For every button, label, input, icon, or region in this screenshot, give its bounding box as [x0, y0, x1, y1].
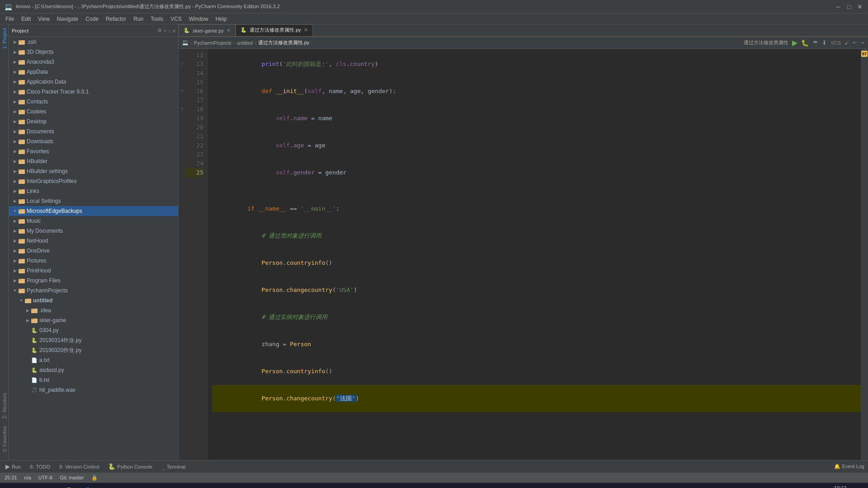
tree-item-onedrive[interactable]: ▶OneDrive [9, 246, 178, 256]
tree-item-local_settings[interactable]: ▶Local Settings [9, 196, 178, 206]
python-console-tab[interactable]: 🐍 Python Console [106, 462, 154, 471]
app-chrome[interactable]: 🌐 [80, 484, 96, 488]
menu-help[interactable]: Help [212, 15, 231, 23]
tree-item-printhood[interactable]: ▶PrintHood [9, 266, 178, 276]
bc-pycharm[interactable]: PycharmProjects [194, 40, 231, 46]
tree-item-.idea[interactable]: ▶.idea [9, 305, 178, 315]
tree-arrow: ▶ [12, 277, 18, 284]
tree-item-0304.py[interactable]: 🐍0304.py [9, 325, 178, 335]
vcs-icon1[interactable]: VCS [830, 40, 841, 46]
menu-navigate[interactable]: Navigate [53, 15, 82, 23]
tree-item-program_files[interactable]: ▶Program Files [9, 276, 178, 286]
tree-item-20190320作业.py[interactable]: 🐍20190320作业.py [9, 345, 178, 355]
tree-item-links[interactable]: ▶Links [9, 186, 178, 196]
tree-item-hbuilder_settings[interactable]: ▶HBuilder settings [9, 166, 178, 176]
vcs-tab[interactable]: 9: Version Control [57, 463, 101, 470]
tree-item-asdasd.py[interactable]: 🐍asdasd.py [9, 365, 178, 375]
menu-window[interactable]: Window [185, 15, 212, 23]
menu-code[interactable]: Code [82, 15, 102, 23]
tree-item-appdata[interactable]: ▶AppData [9, 67, 178, 77]
tree-item-favorites[interactable]: ▶Favorites [9, 146, 178, 156]
taskview-button[interactable]: 📋 [42, 484, 58, 488]
menu-view[interactable]: View [34, 15, 53, 23]
tab-changecountry[interactable]: 🐍 通过方法修改类属性.py ✕ [236, 24, 313, 36]
bc-lenovo[interactable]: 💻 [182, 40, 189, 46]
tab-skier-close[interactable]: ✕ [226, 28, 231, 33]
bc-file[interactable]: 通过方法修改类属性.py [258, 39, 310, 46]
app-pycharm[interactable]: 💙 [99, 484, 115, 488]
tree-item-my_documents[interactable]: ▶My Documents [9, 226, 178, 236]
tree-arrow: ▶ [12, 128, 18, 135]
tab-skier-game[interactable]: 🐍 skier-game.py ✕ [179, 24, 236, 36]
tree-item-microsoftedgebackups[interactable]: ▼MicrosoftEdgeBackups [9, 206, 178, 216]
tree-item-20190314作业.py[interactable]: 🐍20190314作业.py [9, 335, 178, 345]
bc-untitled[interactable]: untitled [236, 40, 252, 46]
svg-rect-7 [19, 70, 21, 71]
svg-rect-19 [19, 130, 21, 131]
tree-item-intelgraphicsprofiles[interactable]: ▶IntelGraphicsProfiles [9, 176, 178, 186]
project-add-icon[interactable]: + [164, 28, 166, 33]
event-log-btn[interactable]: 🔔 Event Log [834, 464, 864, 469]
vcs-icon2[interactable]: ↙ [844, 40, 849, 46]
clock[interactable]: 10:12 2019/4/4 [830, 485, 850, 488]
tree-item-hit_paddle.wav[interactable]: 🎵hit_paddle.wav [9, 385, 178, 395]
app-extra[interactable]: 🔴 [137, 484, 153, 488]
menu-refactor[interactable]: Refactor [102, 15, 130, 23]
tree-item-a.txt[interactable]: 📄a.txt [9, 355, 178, 365]
menu-vcs[interactable]: VCS [167, 15, 185, 23]
tree-item-desktop[interactable]: ▶Desktop [9, 117, 178, 127]
close-button[interactable]: ✕ [856, 3, 863, 10]
favorites-vtab[interactable]: 2: Favorites [1, 422, 8, 455]
search-button[interactable]: 🔍 [23, 484, 39, 488]
tree-item-documents[interactable]: ▶Documents [9, 127, 178, 136]
tree-item-3d_objects[interactable]: ▶3D Objects [9, 47, 178, 57]
run-play-icon[interactable]: ▶ [792, 38, 797, 47]
tree-icon [18, 118, 25, 125]
tree-item-skier-game[interactable]: ▶skier-game [9, 315, 178, 325]
statusbar: 25:31 n/a UTF-8 Git: master 🔒 [0, 473, 868, 483]
tab-changecountry-close[interactable]: ✕ [304, 27, 308, 33]
tree-item-music[interactable]: ▶Music [9, 216, 178, 226]
app-word[interactable]: W [118, 484, 134, 488]
tree-icon: 🐍 [31, 347, 38, 354]
maximize-button[interactable]: □ [845, 3, 853, 10]
project-settings-icon[interactable]: ⚙ [157, 28, 162, 33]
run-tab[interactable]: ▶ Run [4, 462, 23, 471]
project-vtab[interactable]: 1: Project [1, 24, 8, 52]
tree-item-cookies[interactable]: ▶Cookies [9, 107, 178, 117]
code-editor[interactable]: ▽ ▽ ▽ 12 13 14 15 16 17 [179, 49, 868, 460]
app-notes[interactable]: 🟡 [61, 484, 77, 488]
taskbar: ⊞ 🔍 📋 🟡 🌐 💙 W 🔴 🌐 🔊 🔋 https://blog.csdn.… [0, 483, 868, 488]
redo-icon[interactable]: ↪ [860, 40, 864, 46]
tree-item-contacts[interactable]: ▶Contacts [9, 97, 178, 107]
run-extra-icon[interactable]: ⬇ [822, 39, 827, 46]
menu-file[interactable]: File [2, 15, 18, 23]
tree-item-.ssh[interactable]: ▶.ssh [9, 37, 178, 47]
structure-vtab[interactable]: Z: Structure [1, 389, 8, 422]
tree-item-b.txt[interactable]: 📄b.txt [9, 375, 178, 385]
run-coverage-icon[interactable]: ☂ [812, 39, 818, 47]
project-sync-icon[interactable]: ↕ [168, 28, 171, 33]
start-button[interactable]: ⊞ [4, 484, 20, 488]
tree-item-untitled[interactable]: ▼untitled [9, 296, 178, 305]
tree-item-application_data[interactable]: ▶Application Data [9, 77, 178, 87]
todo-tab[interactable]: 6: TODO [28, 463, 52, 470]
tree-item-pycharmprojects[interactable]: ▼PycharmProjects [9, 286, 178, 296]
undo-icon[interactable]: ↩ [853, 40, 857, 46]
tree-item-hbuilder[interactable]: ▶HBuilder [9, 156, 178, 166]
tree-item-nethood[interactable]: ▶NetHood [9, 236, 178, 246]
minimize-button[interactable]: ─ [835, 3, 842, 10]
svg-rect-35 [19, 209, 21, 211]
tree-item-pictures[interactable]: ▶Pictures [9, 256, 178, 266]
tree-item-cisco_packet_tracer_6.0.1[interactable]: ▶Cisco Packet Tracer 6.0.1 [9, 87, 178, 97]
run-debug-icon[interactable]: 🐛 [801, 39, 809, 47]
menu-tools[interactable]: Tools [147, 15, 167, 23]
terminal-tab[interactable]: _ Terminal [160, 462, 187, 471]
tree-item-anaconda3[interactable]: ▶Anaconda3 [9, 57, 178, 67]
tree-icon [18, 38, 25, 46]
menu-run[interactable]: Run [130, 15, 147, 23]
tree-item-downloads[interactable]: ▶Downloads [9, 136, 178, 146]
menu-edit[interactable]: Edit [18, 15, 34, 23]
code-content[interactable]: print('此时的国籍是:', cls.country) def __init… [208, 49, 861, 460]
project-gear-icon[interactable]: ≡ [173, 28, 175, 33]
